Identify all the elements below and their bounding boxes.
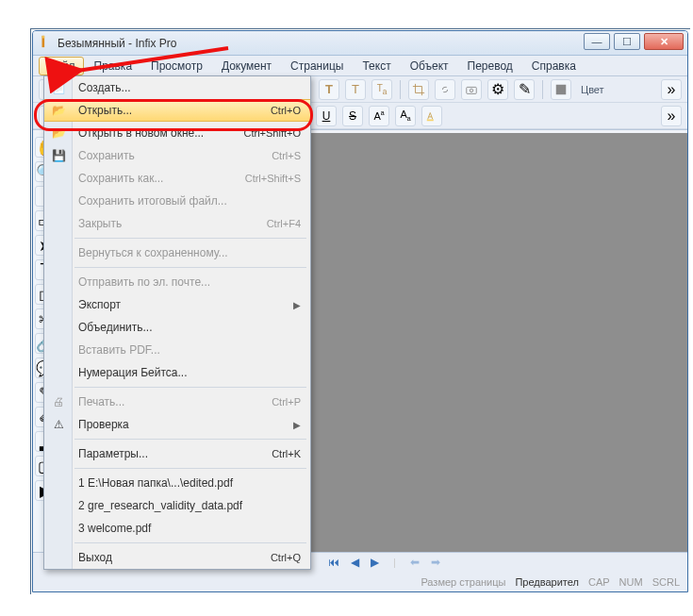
nav-first-icon[interactable]: ⏮ [325, 556, 342, 569]
svg-rect-11 [427, 119, 434, 121]
tb-color-label: Цвет [577, 84, 608, 95]
tb-overflow-icon[interactable]: » [661, 79, 682, 100]
status-page-size: Размер страницы [421, 576, 505, 588]
nav-prev-icon[interactable]: ◀ [348, 556, 362, 569]
status-preview[interactable]: Предварител [515, 576, 579, 588]
menu-file[interactable]: Файл [39, 57, 84, 75]
tb-gear-icon[interactable]: ⚙ [487, 79, 508, 100]
document-new-icon: 📄 [50, 81, 67, 94]
menu-exit[interactable]: Выход Ctrl+Q [44, 546, 310, 569]
nav-fwd-icon[interactable]: ➡ [428, 556, 443, 569]
menu-help[interactable]: Справка [523, 57, 585, 75]
app-icon [39, 35, 52, 52]
tb-link-icon[interactable] [435, 79, 455, 100]
tb-strike-button[interactable]: S [342, 106, 363, 126]
tb-text2-icon[interactable]: T [345, 79, 366, 100]
menu-text[interactable]: Текст [354, 57, 399, 75]
tb-color-swatch[interactable] [551, 79, 571, 100]
menu-insert-pdf[interactable]: Вставить PDF... [44, 339, 310, 361]
menu-view[interactable]: Просмотр [142, 57, 211, 75]
tb-highlight-button[interactable] [421, 106, 442, 126]
status-cap: CAP [588, 576, 610, 588]
chevron-right-icon: ▶ [293, 300, 301, 310]
tb-camera-icon[interactable] [461, 79, 482, 100]
folder-open-icon: 📂 [50, 104, 67, 117]
window-title: Безымянный - Infix Pro [58, 37, 176, 50]
menu-params[interactable]: Параметры... Ctrl+K [44, 442, 310, 465]
menu-recent-2[interactable]: 2 gre_research_validity_data.pdf [44, 494, 310, 517]
menu-close[interactable]: Закрыть Ctrl+F4 [44, 212, 310, 235]
print-icon: 🖨 [50, 395, 67, 408]
menu-bates[interactable]: Нумерация Бейтса... [44, 361, 310, 384]
menu-document[interactable]: Документ [213, 57, 280, 75]
menu-export[interactable]: Экспорт ▶ [44, 293, 310, 316]
menu-print[interactable]: 🖨 Печать... Ctrl+P [44, 391, 310, 413]
save-icon: 💾 [50, 149, 67, 162]
svg-point-9 [470, 89, 473, 92]
warning-icon: ⚠ [50, 418, 67, 431]
chevron-right-icon: ▶ [293, 420, 301, 430]
status-scrl: SCRL [652, 576, 680, 588]
menu-merge[interactable]: Объединить... [44, 316, 310, 339]
menu-pages[interactable]: Страницы [282, 57, 352, 75]
menu-edit[interactable]: Правка [86, 57, 141, 75]
menu-open-new-window[interactable]: 📂 Открыть в новом окне... Ctrl+Shift+O [44, 122, 310, 144]
tb-overflow2-icon[interactable]: » [661, 106, 682, 126]
status-num: NUM [619, 576, 643, 588]
menu-open[interactable]: 📂 Открыть... Ctrl+O [44, 99, 310, 122]
maximize-button[interactable]: ☐ [614, 33, 640, 50]
menu-object[interactable]: Объект [402, 57, 457, 75]
svg-rect-10 [556, 84, 567, 94]
menu-save[interactable]: 💾 Сохранить Ctrl+S [44, 144, 310, 167]
menu-save-final[interactable]: Сохранить итоговый файл... [44, 190, 310, 212]
title-bar[interactable]: Безымянный - Infix Pro — ☐ ✕ [33, 31, 687, 56]
menu-bar: Файл Правка Просмотр Документ Страницы Т… [33, 56, 687, 76]
tb-text3-icon[interactable]: Ta [371, 79, 392, 100]
nav-next-icon[interactable]: ▶ [368, 556, 382, 569]
tb-super-button[interactable]: Aa [369, 106, 389, 126]
file-menu-dropdown: 📄 Создать... 📂 Открыть... Ctrl+O 📂 Откры… [43, 75, 311, 570]
minimize-button[interactable]: — [584, 33, 610, 50]
menu-recent-1[interactable]: 1 E:\Новая папка\...\edited.pdf [44, 472, 310, 494]
tb-sub-button[interactable]: Aa [395, 106, 416, 126]
menu-send-mail[interactable]: Отправить по эл. почте... [44, 271, 310, 293]
svg-rect-1 [42, 35, 45, 38]
nav-back-icon[interactable]: ⬅ [407, 556, 422, 569]
tb-underline-button[interactable]: U [316, 106, 337, 126]
shortcut-open: Ctrl+O [271, 105, 301, 116]
menu-translate[interactable]: Перевод [459, 57, 521, 75]
tb-text1-icon[interactable]: T [319, 79, 339, 100]
menu-check[interactable]: ⚠ Проверка ▶ [44, 413, 310, 436]
menu-recent-3[interactable]: 3 welcome.pdf [44, 517, 310, 540]
folder-open2-icon: 📂 [50, 126, 67, 140]
tb-crop-icon[interactable] [408, 79, 429, 100]
menu-save-as[interactable]: Сохранить как... Ctrl+Shift+S [44, 167, 310, 190]
menu-revert[interactable]: Вернуться к сохраненному... [44, 241, 310, 264]
svg-rect-8 [467, 87, 477, 93]
close-button[interactable]: ✕ [644, 33, 684, 50]
tb-edit-icon[interactable]: ✎ [514, 79, 535, 100]
menu-create[interactable]: 📄 Создать... [44, 76, 310, 99]
